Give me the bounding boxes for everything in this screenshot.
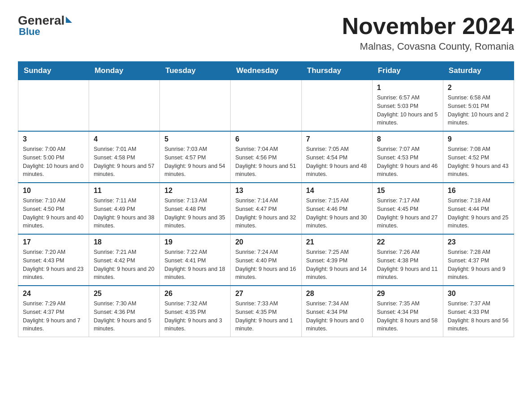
calendar-cell: 4Sunrise: 7:01 AM Sunset: 4:58 PM Daylig…	[89, 131, 160, 183]
calendar-cell: 30Sunrise: 7:37 AM Sunset: 4:33 PM Dayli…	[443, 286, 514, 337]
day-info: Sunrise: 7:21 AM Sunset: 4:42 PM Dayligh…	[94, 248, 155, 282]
day-number: 28	[306, 290, 368, 298]
day-number: 14	[306, 187, 368, 195]
day-number: 10	[23, 187, 84, 195]
calendar-cell: 3Sunrise: 7:00 AM Sunset: 5:00 PM Daylig…	[18, 131, 89, 183]
logo-blue-text: Blue	[19, 26, 40, 38]
weekday-header-saturday: Saturday	[443, 62, 514, 80]
calendar-cell	[301, 80, 372, 132]
calendar-cell: 18Sunrise: 7:21 AM Sunset: 4:42 PM Dayli…	[89, 234, 160, 286]
day-number: 12	[164, 187, 226, 195]
day-number: 13	[235, 187, 296, 195]
day-number: 23	[448, 238, 509, 246]
day-info: Sunrise: 7:08 AM Sunset: 4:52 PM Dayligh…	[448, 145, 509, 179]
day-number: 9	[448, 135, 509, 143]
day-number: 1	[377, 84, 438, 92]
day-number: 24	[23, 290, 84, 298]
logo: General Blue	[18, 13, 72, 38]
day-number: 18	[94, 238, 155, 246]
day-number: 20	[235, 238, 296, 246]
calendar-cell: 23Sunrise: 7:28 AM Sunset: 4:37 PM Dayli…	[443, 234, 514, 286]
calendar-week-row: 3Sunrise: 7:00 AM Sunset: 5:00 PM Daylig…	[18, 131, 514, 183]
calendar-cell: 13Sunrise: 7:14 AM Sunset: 4:47 PM Dayli…	[231, 183, 301, 234]
calendar-cell: 14Sunrise: 7:15 AM Sunset: 4:46 PM Dayli…	[301, 183, 372, 234]
day-number: 2	[448, 84, 509, 92]
calendar-cell: 22Sunrise: 7:26 AM Sunset: 4:38 PM Dayli…	[372, 234, 443, 286]
calendar-cell: 9Sunrise: 7:08 AM Sunset: 4:52 PM Daylig…	[443, 131, 514, 183]
day-info: Sunrise: 7:30 AM Sunset: 4:36 PM Dayligh…	[94, 300, 155, 333]
day-number: 16	[448, 187, 509, 195]
day-info: Sunrise: 7:37 AM Sunset: 4:33 PM Dayligh…	[448, 300, 509, 333]
day-info: Sunrise: 7:20 AM Sunset: 4:43 PM Dayligh…	[23, 248, 84, 282]
day-number: 4	[94, 135, 155, 143]
weekday-header-monday: Monday	[89, 62, 160, 80]
day-info: Sunrise: 7:04 AM Sunset: 4:56 PM Dayligh…	[235, 145, 296, 179]
calendar-cell: 27Sunrise: 7:33 AM Sunset: 4:35 PM Dayli…	[231, 286, 301, 337]
calendar-cell: 24Sunrise: 7:29 AM Sunset: 4:37 PM Dayli…	[18, 286, 89, 337]
calendar-cell: 6Sunrise: 7:04 AM Sunset: 4:56 PM Daylig…	[231, 131, 301, 183]
day-number: 30	[448, 290, 509, 298]
calendar-week-row: 1Sunrise: 6:57 AM Sunset: 5:03 PM Daylig…	[18, 80, 514, 132]
day-number: 25	[94, 290, 155, 298]
calendar-cell: 7Sunrise: 7:05 AM Sunset: 4:54 PM Daylig…	[301, 131, 372, 183]
day-info: Sunrise: 7:15 AM Sunset: 4:46 PM Dayligh…	[306, 197, 368, 230]
day-number: 15	[377, 187, 438, 195]
calendar-header-row: SundayMondayTuesdayWednesdayThursdayFrid…	[18, 62, 514, 80]
day-info: Sunrise: 7:26 AM Sunset: 4:38 PM Dayligh…	[377, 248, 438, 282]
day-number: 11	[94, 187, 155, 195]
day-number: 22	[377, 238, 438, 246]
day-number: 3	[23, 135, 84, 143]
location-title: Malnas, Covasna County, Romania	[342, 41, 514, 52]
title-block: November 2024 Malnas, Covasna County, Ro…	[342, 13, 514, 52]
day-info: Sunrise: 7:33 AM Sunset: 4:35 PM Dayligh…	[235, 300, 296, 333]
day-number: 26	[164, 290, 226, 298]
month-title: November 2024	[342, 13, 514, 39]
day-info: Sunrise: 7:25 AM Sunset: 4:39 PM Dayligh…	[306, 248, 368, 282]
day-number: 8	[377, 135, 438, 143]
day-info: Sunrise: 6:58 AM Sunset: 5:01 PM Dayligh…	[448, 94, 509, 127]
logo-triangle-icon	[66, 17, 72, 23]
weekday-header-thursday: Thursday	[301, 62, 372, 80]
calendar-table: SundayMondayTuesdayWednesdayThursdayFrid…	[18, 61, 514, 337]
day-number: 5	[164, 135, 226, 143]
day-number: 27	[235, 290, 296, 298]
day-number: 21	[306, 238, 368, 246]
calendar-week-row: 10Sunrise: 7:10 AM Sunset: 4:50 PM Dayli…	[18, 183, 514, 234]
day-info: Sunrise: 7:35 AM Sunset: 4:34 PM Dayligh…	[377, 300, 438, 333]
calendar-cell: 26Sunrise: 7:32 AM Sunset: 4:35 PM Dayli…	[160, 286, 231, 337]
day-number: 19	[164, 238, 226, 246]
day-info: Sunrise: 7:13 AM Sunset: 4:48 PM Dayligh…	[164, 197, 226, 230]
calendar-cell: 29Sunrise: 7:35 AM Sunset: 4:34 PM Dayli…	[372, 286, 443, 337]
day-info: Sunrise: 7:29 AM Sunset: 4:37 PM Dayligh…	[23, 300, 84, 333]
calendar-cell: 2Sunrise: 6:58 AM Sunset: 5:01 PM Daylig…	[443, 80, 514, 132]
calendar-week-row: 24Sunrise: 7:29 AM Sunset: 4:37 PM Dayli…	[18, 286, 514, 337]
calendar-cell	[231, 80, 301, 132]
day-info: Sunrise: 7:24 AM Sunset: 4:40 PM Dayligh…	[235, 248, 296, 282]
day-info: Sunrise: 7:05 AM Sunset: 4:54 PM Dayligh…	[306, 145, 368, 179]
day-info: Sunrise: 7:34 AM Sunset: 4:34 PM Dayligh…	[306, 300, 368, 333]
calendar-cell: 15Sunrise: 7:17 AM Sunset: 4:45 PM Dayli…	[372, 183, 443, 234]
day-number: 17	[23, 238, 84, 246]
day-info: Sunrise: 7:07 AM Sunset: 4:53 PM Dayligh…	[377, 145, 438, 179]
day-number: 29	[377, 290, 438, 298]
page-header: General Blue November 2024 Malnas, Covas…	[18, 13, 514, 52]
day-info: Sunrise: 7:01 AM Sunset: 4:58 PM Dayligh…	[94, 145, 155, 179]
day-info: Sunrise: 7:03 AM Sunset: 4:57 PM Dayligh…	[164, 145, 226, 179]
calendar-cell: 11Sunrise: 7:11 AM Sunset: 4:49 PM Dayli…	[89, 183, 160, 234]
calendar-cell	[89, 80, 160, 132]
calendar-cell: 5Sunrise: 7:03 AM Sunset: 4:57 PM Daylig…	[160, 131, 231, 183]
day-info: Sunrise: 7:10 AM Sunset: 4:50 PM Dayligh…	[23, 197, 84, 230]
calendar-cell: 28Sunrise: 7:34 AM Sunset: 4:34 PM Dayli…	[301, 286, 372, 337]
day-info: Sunrise: 7:14 AM Sunset: 4:47 PM Dayligh…	[235, 197, 296, 230]
weekday-header-friday: Friday	[372, 62, 443, 80]
day-info: Sunrise: 7:11 AM Sunset: 4:49 PM Dayligh…	[94, 197, 155, 230]
calendar-cell: 20Sunrise: 7:24 AM Sunset: 4:40 PM Dayli…	[231, 234, 301, 286]
calendar-cell: 10Sunrise: 7:10 AM Sunset: 4:50 PM Dayli…	[18, 183, 89, 234]
day-number: 6	[235, 135, 296, 143]
day-number: 7	[306, 135, 368, 143]
day-info: Sunrise: 7:18 AM Sunset: 4:44 PM Dayligh…	[448, 197, 509, 230]
calendar-cell: 16Sunrise: 7:18 AM Sunset: 4:44 PM Dayli…	[443, 183, 514, 234]
calendar-cell: 25Sunrise: 7:30 AM Sunset: 4:36 PM Dayli…	[89, 286, 160, 337]
calendar-cell: 21Sunrise: 7:25 AM Sunset: 4:39 PM Dayli…	[301, 234, 372, 286]
calendar-cell: 12Sunrise: 7:13 AM Sunset: 4:48 PM Dayli…	[160, 183, 231, 234]
